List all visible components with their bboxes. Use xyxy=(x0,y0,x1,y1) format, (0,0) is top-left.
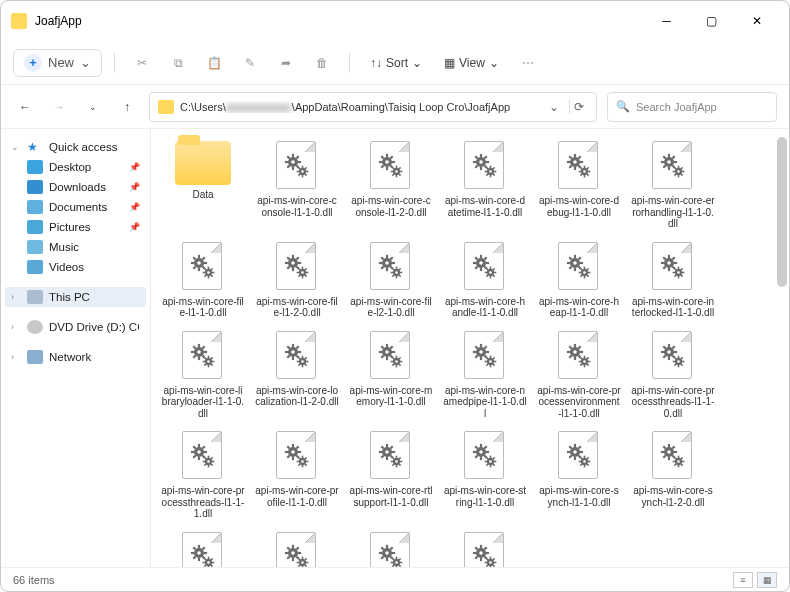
list-item[interactable]: api-ms-win-core-datetime-l1-1-0.dll xyxy=(441,137,529,234)
toolbar: + New ⌄ ✂ ⧉ 📋 ✎ ➦ 🗑 ↑↓ Sort ⌄ ▦ View ⌄ ⋯ xyxy=(1,41,789,85)
new-button[interactable]: + New ⌄ xyxy=(13,49,102,77)
view-icon: ▦ xyxy=(444,56,455,70)
close-button[interactable]: ✕ xyxy=(734,1,779,41)
more-button[interactable]: ⋯ xyxy=(513,48,543,78)
list-item[interactable]: api-ms-win-core-rtlsupport-l1-1-0.dll xyxy=(347,427,435,524)
details-view-button[interactable]: ≡ xyxy=(733,572,753,588)
dll-icon xyxy=(182,431,224,481)
list-item[interactable]: api-ms-win-core-errorhandling-l1-1-0.dll xyxy=(629,137,717,234)
item-label: api-ms-win-core-profile-l1-1-0.dll xyxy=(255,485,339,508)
list-item[interactable]: api-ms-win-core-sysinfo-l1-1-0.dll xyxy=(159,528,247,568)
item-label: api-ms-win-core-libraryloader-l1-1-0.dll xyxy=(161,385,245,420)
network-icon xyxy=(27,350,43,364)
sidebar-this-pc[interactable]: › This PC xyxy=(5,287,146,307)
dll-icon xyxy=(652,431,694,481)
item-label: api-ms-win-core-string-l1-1-0.dll xyxy=(443,485,527,508)
sidebar-network[interactable]: › Network xyxy=(5,347,146,367)
list-item[interactable]: api-ms-win-core-timezone-l1-1-0.dll xyxy=(253,528,341,568)
item-label: api-ms-win-core-processenvironment-l1-1-… xyxy=(537,385,621,420)
sidebar-item-videos[interactable]: Videos xyxy=(5,257,146,277)
list-item[interactable]: api-ms-win-core-heap-l1-1-0.dll xyxy=(535,238,623,323)
item-label: api-ms-win-core-file-l1-2-0.dll xyxy=(255,296,339,319)
list-item[interactable]: api-ms-win-core-synch-l1-2-0.dll xyxy=(629,427,717,524)
list-item[interactable]: api-ms-win-core-debug-l1-1-0.dll xyxy=(535,137,623,234)
delete-button[interactable]: 🗑 xyxy=(307,48,337,78)
chevron-right-icon: › xyxy=(11,322,21,332)
list-item[interactable]: api-ms-win-core-file-l1-2-0.dll xyxy=(253,238,341,323)
maximize-button[interactable]: ▢ xyxy=(689,1,734,41)
addressbar[interactable]: C:\Users\xxxxxxxxxxxx\AppData\Roaming\Ta… xyxy=(149,92,597,122)
sidebar: ⌄ ★ Quick access Desktop📌 Downloads📌 Doc… xyxy=(1,129,151,567)
sidebar-item-music[interactable]: Music xyxy=(5,237,146,257)
desktop-icon xyxy=(27,160,43,174)
sort-button[interactable]: ↑↓ Sort ⌄ xyxy=(362,52,430,74)
dll-icon xyxy=(182,331,224,381)
share-button[interactable]: ➦ xyxy=(271,48,301,78)
item-label: api-ms-win-core-debug-l1-1-0.dll xyxy=(537,195,621,218)
dll-icon xyxy=(276,532,318,568)
list-item[interactable]: api-ms-win-core-file-l2-1-0.dll xyxy=(347,238,435,323)
chevron-right-icon: › xyxy=(11,292,21,302)
chevron-right-icon: › xyxy=(11,352,21,362)
sidebar-quick-access[interactable]: ⌄ ★ Quick access xyxy=(5,137,146,157)
list-item[interactable]: api-ms-win-core-memory-l1-1-0.dll xyxy=(347,327,435,424)
sidebar-item-documents[interactable]: Documents📌 xyxy=(5,197,146,217)
sidebar-item-downloads[interactable]: Downloads📌 xyxy=(5,177,146,197)
dll-icon xyxy=(182,242,224,292)
dll-icon xyxy=(464,431,506,481)
rename-button[interactable]: ✎ xyxy=(235,48,265,78)
list-item[interactable]: api-ms-win-core-processenvironment-l1-1-… xyxy=(535,327,623,424)
search-input[interactable]: 🔍 Search JoafjApp xyxy=(607,92,777,122)
back-button[interactable]: ← xyxy=(13,95,37,119)
minimize-button[interactable]: ─ xyxy=(644,1,689,41)
copy-button[interactable]: ⧉ xyxy=(163,48,193,78)
file-list[interactable]: Data api-ms-win-core-console-l1-1-0.dll … xyxy=(151,129,789,567)
up-button[interactable]: ↑ xyxy=(115,95,139,119)
icons-view-button[interactable]: ▦ xyxy=(757,572,777,588)
history-dropdown[interactable]: ⌄ xyxy=(545,100,563,114)
list-item[interactable]: api-ms-win-core-interlocked-l1-1-0.dll xyxy=(629,238,717,323)
downloads-icon xyxy=(27,180,43,194)
list-item[interactable]: api-ms-win-core-handle-l1-1-0.dll xyxy=(441,238,529,323)
cut-button[interactable]: ✂ xyxy=(127,48,157,78)
list-item[interactable]: api-ms-win-core-console-l1-1-0.dll xyxy=(253,137,341,234)
list-item[interactable]: api-ms-win-core-string-l1-1-0.dll xyxy=(441,427,529,524)
chevron-down-icon: ⌄ xyxy=(412,56,422,70)
view-button[interactable]: ▦ View ⌄ xyxy=(436,52,507,74)
list-item[interactable]: api-ms-win-core-util-l1-1-0.dll xyxy=(347,528,435,568)
search-icon: 🔍 xyxy=(616,100,630,113)
dll-icon xyxy=(370,532,412,568)
window-title: JoafjApp xyxy=(35,14,82,28)
item-label: Data xyxy=(192,189,213,201)
item-label: api-ms-win-core-namedpipe-l1-1-0.dll xyxy=(443,385,527,420)
sidebar-dvd-drive[interactable]: › DVD Drive (D:) CCCC xyxy=(5,317,146,337)
paste-button[interactable]: 📋 xyxy=(199,48,229,78)
dll-icon xyxy=(464,532,506,568)
item-label: api-ms-win-core-console-l1-1-0.dll xyxy=(255,195,339,218)
list-item[interactable]: api-ms-win-core-processthreads-l1-1-1.dl… xyxy=(159,427,247,524)
list-item[interactable]: api-ms-win-core-file-l1-1-0.dll xyxy=(159,238,247,323)
list-item[interactable]: api-ms-win-core-libraryloader-l1-1-0.dll xyxy=(159,327,247,424)
list-item[interactable]: api-ms-win-crt-conio-l1-1-0.dll xyxy=(441,528,529,568)
list-item[interactable]: api-ms-win-core-namedpipe-l1-1-0.dll xyxy=(441,327,529,424)
dll-icon xyxy=(652,242,694,292)
list-item[interactable]: Data xyxy=(159,137,247,234)
forward-button[interactable]: → xyxy=(47,95,71,119)
dll-icon xyxy=(370,242,412,292)
recent-dropdown[interactable]: ⌄ xyxy=(81,95,105,119)
disc-icon xyxy=(27,320,43,334)
refresh-button[interactable]: ⟳ xyxy=(569,100,588,114)
star-icon: ★ xyxy=(27,140,43,154)
list-item[interactable]: api-ms-win-core-processthreads-l1-1-0.dl… xyxy=(629,327,717,424)
item-label: api-ms-win-core-interlocked-l1-1-0.dll xyxy=(631,296,715,319)
list-item[interactable]: api-ms-win-core-localization-l1-2-0.dll xyxy=(253,327,341,424)
item-label: api-ms-win-core-errorhandling-l1-1-0.dll xyxy=(631,195,715,230)
scrollbar-thumb[interactable] xyxy=(777,137,787,287)
sidebar-item-pictures[interactable]: Pictures📌 xyxy=(5,217,146,237)
new-label: New xyxy=(48,55,74,70)
list-item[interactable]: api-ms-win-core-profile-l1-1-0.dll xyxy=(253,427,341,524)
sidebar-item-desktop[interactable]: Desktop📌 xyxy=(5,157,146,177)
list-item[interactable]: api-ms-win-core-console-l1-2-0.dll xyxy=(347,137,435,234)
dll-icon xyxy=(558,242,600,292)
list-item[interactable]: api-ms-win-core-synch-l1-1-0.dll xyxy=(535,427,623,524)
